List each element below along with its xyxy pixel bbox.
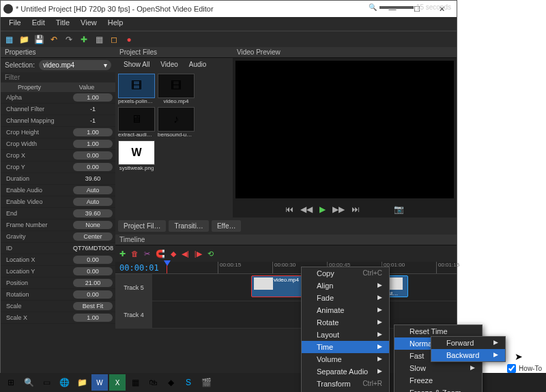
property-row[interactable]: Crop X0.00 [1, 150, 115, 162]
file-thumbnail[interactable]: 🎞video.mp4 [158, 74, 195, 104]
menu-item[interactable]: Freeze [394, 374, 482, 387]
menu-item[interactable]: Fade▶ [302, 292, 389, 304]
property-row[interactable]: Channel Filter-1 [1, 104, 115, 115]
file-thumbnail[interactable]: 🎞pexels-polina-ta… [118, 74, 155, 104]
delete-track-icon[interactable]: 🗑 [131, 250, 139, 258]
menu-item[interactable]: Forward▶ [431, 337, 505, 349]
timeline-ruler[interactable]: 00:00:01 00:00:15 00:00:30 00:00:45 00:0… [115, 262, 457, 274]
openshot-icon[interactable]: 🎬 [198, 374, 214, 391]
property-row[interactable]: GravityCenter [1, 231, 115, 243]
property-row[interactable]: Scale X1.00 [1, 312, 115, 324]
snap-icon[interactable]: 🧲 [156, 250, 165, 258]
property-row[interactable]: End39.60 [1, 208, 115, 220]
property-row[interactable]: Location Y0.00 [1, 266, 115, 277]
add-icon[interactable]: ✚ [78, 34, 89, 45]
menu-item[interactable]: Freeze & Zoom [394, 387, 482, 392]
filter-video[interactable]: Video [155, 59, 183, 70]
property-row[interactable]: Crop Y0.00 [1, 162, 115, 173]
menu-item[interactable]: Slow▶ [394, 362, 482, 374]
filter-show-all[interactable]: Show All [118, 59, 155, 70]
property-row[interactable]: Location X0.00 [1, 254, 115, 266]
track-header[interactable]: Track 5 [115, 274, 152, 301]
export-icon[interactable]: ▦ [94, 34, 104, 45]
store-icon[interactable]: 🛍 [145, 374, 161, 391]
menu-item[interactable]: Animate▶ [302, 304, 389, 316]
track-header[interactable]: Track 4 [115, 301, 152, 328]
video-preview-panel: Video Preview ⏮ ◀◀ ▶ ▶▶ ⏭ 📷 [233, 47, 457, 217]
rewind-icon[interactable]: ◀◀ [300, 205, 313, 214]
forward-icon[interactable]: ▶▶ [332, 205, 345, 214]
start-icon[interactable]: ⊞ [3, 374, 19, 391]
skype-icon[interactable]: S [180, 374, 197, 391]
menu-item[interactable]: Backward▶ [431, 349, 505, 361]
property-row[interactable]: Crop Width1.00 [1, 138, 115, 150]
menu-item[interactable]: Time▶ [302, 341, 389, 353]
context-menu-clip: CopyCtrl+CAlign▶Fade▶Animate▶Rotate▶Layo… [301, 267, 390, 392]
menu-item[interactable]: CopyCtrl+C [302, 267, 389, 280]
file-thumbnail[interactable]: Wsysttweak.png [118, 140, 155, 171]
marker-icon[interactable]: ◆ [171, 250, 176, 258]
menu-title[interactable]: Title [51, 17, 75, 31]
snapshot-icon[interactable]: 📷 [394, 205, 404, 214]
jump-end-icon[interactable]: ⏭ [351, 205, 360, 214]
menu-edit[interactable]: Edit [27, 17, 51, 31]
howto-checkbox[interactable]: How-To [507, 364, 542, 373]
menu-help[interactable]: Help [102, 17, 129, 31]
excel-icon[interactable]: X [109, 374, 126, 391]
add-track-icon[interactable]: ✚ [119, 250, 126, 258]
property-row[interactable]: Alpha1.00 [1, 92, 115, 104]
filter-input[interactable]: Filter [1, 72, 115, 82]
record-icon[interactable]: ● [124, 34, 134, 45]
property-row[interactable]: Channel Mapping-1 [1, 115, 115, 127]
property-row[interactable]: Crop Height1.00 [1, 127, 115, 138]
word-icon[interactable]: W [91, 374, 108, 391]
menu-item[interactable]: Layout▶ [302, 329, 389, 341]
play-icon[interactable]: ▶ [319, 205, 326, 214]
menu-view[interactable]: View [75, 17, 102, 31]
menu-item[interactable]: TransformCtrl+R [302, 378, 389, 390]
menu-item[interactable]: Align▶ [302, 280, 389, 292]
menu-file[interactable]: File [3, 17, 27, 31]
property-row[interactable]: Enable VideoAuto [1, 196, 115, 208]
redo-icon[interactable]: ↷ [63, 34, 74, 45]
next-marker-icon[interactable]: |▶ [195, 250, 202, 258]
jump-start-icon[interactable]: ⏮ [285, 205, 293, 214]
property-row[interactable]: Duration39.60 [1, 173, 115, 185]
fullscreen-icon[interactable]: ◻ [109, 34, 119, 45]
file-thumbnail[interactable]: ♪bensound-ukul… [158, 107, 195, 138]
menu-item[interactable]: Volume▶ [302, 353, 389, 365]
tab-effects[interactable]: Effe… [212, 220, 242, 232]
app-icon[interactable]: ▦ [127, 374, 143, 391]
zoom-slider[interactable] [379, 6, 414, 9]
bottom-tabs: Project Fil… Transiti… Effe… [115, 217, 457, 235]
selection-dropdown[interactable]: video.mp4▾ [39, 60, 111, 70]
menu-item[interactable]: Separate Audio▶ [302, 365, 389, 378]
properties-panel: Properties Selection: video.mp4▾ Filter … [1, 47, 115, 381]
zoom-out-icon[interactable]: 🔍 [369, 3, 377, 11]
new-icon[interactable]: ▦ [3, 34, 14, 45]
tab-transitions[interactable]: Transiti… [169, 220, 208, 232]
save-icon[interactable]: 💾 [33, 34, 44, 45]
tab-project-files[interactable]: Project Fil… [118, 220, 166, 232]
undo-icon[interactable]: ↶ [48, 34, 59, 45]
razor-icon[interactable]: ✂ [144, 250, 150, 258]
prev-marker-icon[interactable]: ◀| [182, 250, 189, 258]
app2-icon[interactable]: ◆ [162, 374, 179, 391]
property-row[interactable]: Enable AudioAuto [1, 185, 115, 196]
filter-audio[interactable]: Audio [184, 59, 212, 70]
menu-item[interactable]: Rotate▶ [302, 316, 389, 329]
explorer-icon[interactable]: 📁 [74, 374, 90, 391]
search-icon[interactable]: 🔍 [20, 374, 37, 391]
file-thumbnail[interactable]: 🖥extract-audio-w… [118, 107, 155, 138]
center-icon[interactable]: ⟲ [207, 250, 214, 258]
property-row[interactable]: Position21.00 [1, 277, 115, 289]
preview-viewport[interactable] [235, 61, 454, 198]
open-icon[interactable]: 📁 [18, 34, 29, 45]
task-view-icon[interactable]: ▭ [38, 374, 55, 391]
property-row[interactable]: IDQT76MDT0O8 [1, 243, 115, 254]
property-row[interactable]: Rotation0.00 [1, 289, 115, 301]
chrome-icon[interactable]: 🌐 [56, 374, 72, 391]
property-row[interactable]: ScaleBest Fit [1, 301, 115, 312]
property-row[interactable]: Frame NumberNone [1, 220, 115, 231]
playhead[interactable] [167, 262, 167, 273]
